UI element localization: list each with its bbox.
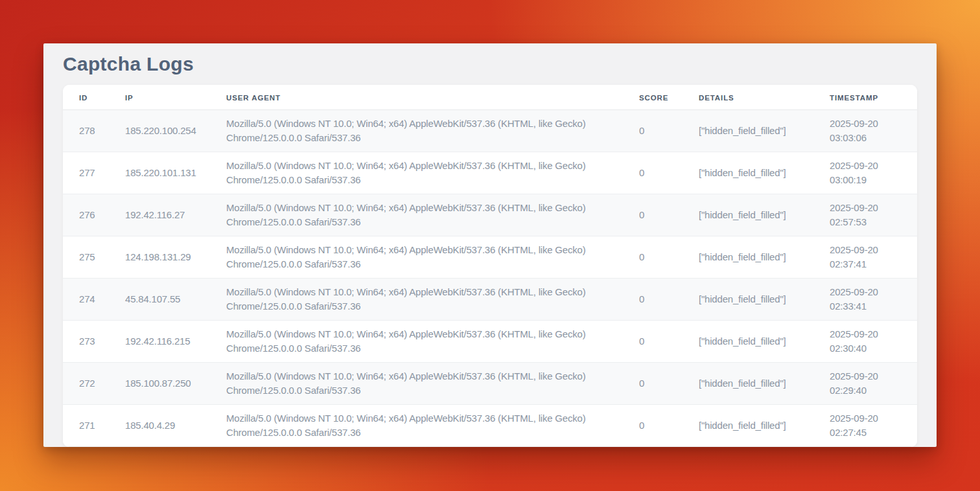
cell-details: ["hidden_field_filled"] bbox=[682, 321, 813, 363]
table-header: ID IP USER AGENT SCORE DETAILS TIMESTAMP bbox=[63, 85, 917, 110]
cell-timestamp: 2025-09-20 02:29:40 bbox=[813, 363, 917, 405]
column-header-user-agent: USER AGENT bbox=[210, 85, 623, 110]
cell-timestamp: 2025-09-20 02:57:53 bbox=[813, 194, 917, 236]
captcha-logs-card: Captcha Logs ID IP USER AGENT SCORE DETA… bbox=[43, 43, 937, 447]
cell-user-agent: Mozilla/5.0 (Windows NT 10.0; Win64; x64… bbox=[210, 405, 623, 447]
cell-timestamp: 2025-09-20 02:37:41 bbox=[813, 236, 917, 279]
cell-score: 0 bbox=[623, 236, 682, 279]
cell-score: 0 bbox=[623, 279, 682, 321]
cell-score: 0 bbox=[623, 363, 682, 405]
cell-user-agent: Mozilla/5.0 (Windows NT 10.0; Win64; x64… bbox=[210, 152, 623, 194]
cell-details: ["hidden_field_filled"] bbox=[682, 405, 813, 447]
captcha-logs-table: ID IP USER AGENT SCORE DETAILS TIMESTAMP… bbox=[63, 85, 917, 447]
cell-user-agent: Mozilla/5.0 (Windows NT 10.0; Win64; x64… bbox=[210, 321, 623, 363]
cell-ip: 185.220.101.131 bbox=[109, 152, 210, 194]
table-row: 271 185.40.4.29 Mozilla/5.0 (Windows NT … bbox=[63, 405, 917, 447]
cell-ip: 192.42.116.215 bbox=[109, 321, 210, 363]
cell-id: 271 bbox=[63, 405, 109, 447]
cell-score: 0 bbox=[623, 321, 682, 363]
column-header-id: ID bbox=[63, 85, 109, 110]
desktop-background: { "page": { "title": "Captcha Logs" }, "… bbox=[0, 0, 980, 491]
cell-user-agent: Mozilla/5.0 (Windows NT 10.0; Win64; x64… bbox=[210, 194, 623, 236]
cell-details: ["hidden_field_filled"] bbox=[682, 236, 813, 279]
cell-timestamp: 2025-09-20 03:00:19 bbox=[813, 152, 917, 194]
table-row: 274 45.84.107.55 Mozilla/5.0 (Windows NT… bbox=[63, 279, 917, 321]
table-row: 277 185.220.101.131 Mozilla/5.0 (Windows… bbox=[63, 152, 917, 194]
cell-score: 0 bbox=[623, 152, 682, 194]
cell-id: 272 bbox=[63, 363, 109, 405]
log-table-body: 278 185.220.100.254 Mozilla/5.0 (Windows… bbox=[63, 110, 917, 447]
cell-details: ["hidden_field_filled"] bbox=[682, 152, 813, 194]
cell-id: 275 bbox=[63, 236, 109, 279]
captcha-logs-table-container: ID IP USER AGENT SCORE DETAILS TIMESTAMP… bbox=[63, 85, 917, 447]
cell-score: 0 bbox=[623, 110, 682, 152]
cell-details: ["hidden_field_filled"] bbox=[682, 110, 813, 152]
cell-user-agent: Mozilla/5.0 (Windows NT 10.0; Win64; x64… bbox=[210, 279, 623, 321]
cell-id: 277 bbox=[63, 152, 109, 194]
cell-user-agent: Mozilla/5.0 (Windows NT 10.0; Win64; x64… bbox=[210, 236, 623, 279]
cell-ip: 45.84.107.55 bbox=[109, 279, 210, 321]
cell-ip: 185.220.100.254 bbox=[109, 110, 210, 152]
column-header-timestamp: TIMESTAMP bbox=[813, 85, 917, 110]
table-row: 275 124.198.131.29 Mozilla/5.0 (Windows … bbox=[63, 236, 917, 279]
cell-user-agent: Mozilla/5.0 (Windows NT 10.0; Win64; x64… bbox=[210, 363, 623, 405]
cell-user-agent: Mozilla/5.0 (Windows NT 10.0; Win64; x64… bbox=[210, 110, 623, 152]
cell-ip: 185.40.4.29 bbox=[109, 405, 210, 447]
cell-id: 273 bbox=[63, 321, 109, 363]
table-row: 273 192.42.116.215 Mozilla/5.0 (Windows … bbox=[63, 321, 917, 363]
cell-timestamp: 2025-09-20 03:03:06 bbox=[813, 110, 917, 152]
table-row: 272 185.100.87.250 Mozilla/5.0 (Windows … bbox=[63, 363, 917, 405]
page-title: Captcha Logs bbox=[63, 53, 917, 75]
table-row: 276 192.42.116.27 Mozilla/5.0 (Windows N… bbox=[63, 194, 917, 236]
cell-details: ["hidden_field_filled"] bbox=[682, 194, 813, 236]
column-header-details: DETAILS bbox=[682, 85, 813, 110]
table-row: 278 185.220.100.254 Mozilla/5.0 (Windows… bbox=[63, 110, 917, 152]
cell-ip: 124.198.131.29 bbox=[109, 236, 210, 279]
column-header-ip: IP bbox=[109, 85, 210, 110]
cell-timestamp: 2025-09-20 02:30:40 bbox=[813, 321, 917, 363]
cell-timestamp: 2025-09-20 02:27:45 bbox=[813, 405, 917, 447]
cell-details: ["hidden_field_filled"] bbox=[682, 279, 813, 321]
cell-score: 0 bbox=[623, 405, 682, 447]
column-header-score: SCORE bbox=[623, 85, 682, 110]
cell-id: 278 bbox=[63, 110, 109, 152]
cell-ip: 192.42.116.27 bbox=[109, 194, 210, 236]
cell-details: ["hidden_field_filled"] bbox=[682, 363, 813, 405]
table-header-row: ID IP USER AGENT SCORE DETAILS TIMESTAMP bbox=[63, 85, 917, 110]
cell-id: 274 bbox=[63, 279, 109, 321]
cell-id: 276 bbox=[63, 194, 109, 236]
cell-ip: 185.100.87.250 bbox=[109, 363, 210, 405]
cell-score: 0 bbox=[623, 194, 682, 236]
cell-timestamp: 2025-09-20 02:33:41 bbox=[813, 279, 917, 321]
